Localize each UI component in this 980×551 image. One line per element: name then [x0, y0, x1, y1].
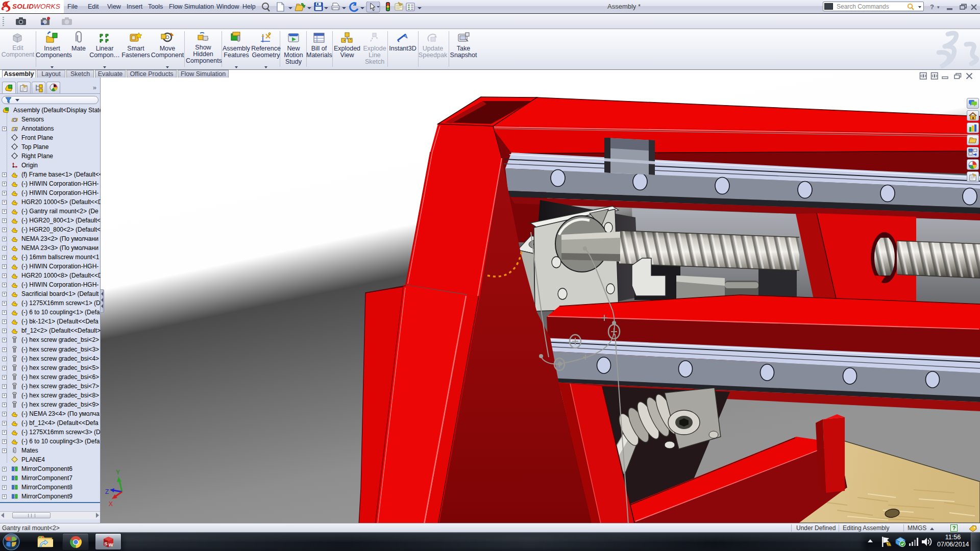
svg-text:!: !	[888, 542, 890, 546]
svg-text:Y: Y	[116, 469, 120, 476]
svg-text:S: S	[104, 541, 107, 546]
svg-text:Z: Z	[105, 488, 109, 495]
svg-text:X: X	[109, 500, 113, 508]
svg-text:SOLID: SOLID	[12, 3, 34, 10]
svg-text:W: W	[109, 542, 113, 547]
svg-text:WORKS: WORKS	[34, 3, 60, 10]
